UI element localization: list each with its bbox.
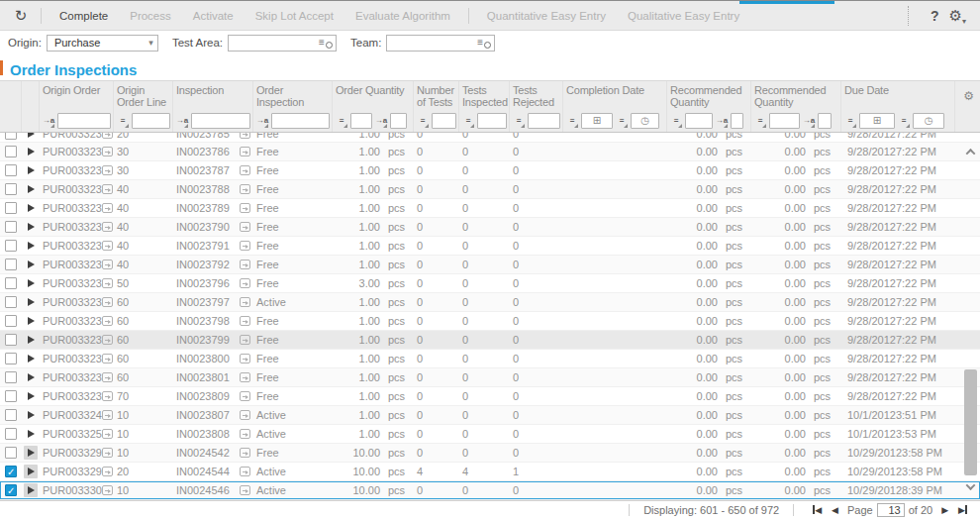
complete-button[interactable]: Complete [49, 10, 119, 22]
filter-op-equals-icon[interactable]: = [565, 114, 579, 128]
selector-lookup-icon[interactable]: ≡ [319, 38, 333, 48]
column-header-recommended-quantity-accepted[interactable]: Recommended Quantity Accepted [667, 81, 751, 109]
filter-op-equals-icon[interactable]: = [512, 114, 526, 128]
table-row[interactable]: PUR003323 60 IN0023798 Free 1.00pcs 0 0 … [0, 312, 980, 331]
expand-arrow-icon[interactable] [24, 408, 38, 422]
inspection-filter-input[interactable] [191, 113, 250, 129]
edit-note-icon[interactable] [102, 354, 113, 364]
row-checkbox[interactable] [5, 428, 17, 440]
row-checkbox[interactable] [5, 133, 17, 140]
skip-lot-accept-button[interactable]: Skip Lot Accept [245, 10, 344, 22]
row-checkbox[interactable] [5, 447, 17, 459]
completion-time-filter-input[interactable]: ◷ [631, 113, 659, 129]
row-checkbox[interactable] [5, 202, 17, 214]
edit-note-icon[interactable] [102, 222, 113, 232]
scroll-up-icon[interactable] [963, 145, 978, 159]
expand-arrow-icon[interactable] [24, 145, 38, 158]
expand-arrow-icon[interactable] [24, 220, 38, 234]
scroll-down-icon[interactable] [963, 479, 978, 494]
table-row[interactable]: PUR003323 30 IN0023787 Free 1.00pcs 0 0 … [0, 161, 980, 180]
filter-op-starts-icon[interactable]: →a [175, 114, 189, 128]
expand-arrow-icon[interactable] [24, 465, 38, 478]
filter-op-equals-icon[interactable]: = [753, 114, 767, 128]
expand-arrow-icon[interactable] [24, 133, 38, 141]
table-row[interactable]: PUR003323 40 IN0023789 Free 1.00pcs 0 0 … [0, 199, 980, 218]
qualitative-easy-entry-button[interactable]: Qualitative Easy Entry [617, 10, 750, 22]
filter-op-equals-icon[interactable]: = [897, 114, 911, 128]
origin-order-filter-input[interactable] [57, 113, 111, 129]
column-header-number-of-tests[interactable]: Number of Tests [414, 81, 459, 109]
row-checkbox[interactable] [5, 296, 17, 308]
table-row[interactable]: PUR003325 10 IN0023808 Active 1.00pcs 0 … [0, 425, 980, 444]
edit-note-icon[interactable] [102, 297, 113, 307]
expand-arrow-icon[interactable] [24, 333, 38, 347]
edit-note-icon[interactable] [240, 165, 250, 175]
edit-note-icon[interactable] [102, 429, 113, 439]
table-row[interactable]: PUR003324 10 IN0023807 Active 1.00pcs 0 … [0, 406, 980, 425]
row-checkbox[interactable] [5, 466, 17, 477]
row-checkbox[interactable] [5, 315, 17, 327]
table-row[interactable]: PUR003329 20 IN0024544 Active 10.00pcs 4… [0, 463, 980, 481]
column-header-inspection[interactable]: Inspection [173, 81, 253, 109]
row-checkbox[interactable] [5, 277, 17, 289]
expand-arrow-icon[interactable] [24, 276, 38, 290]
rec-qty-rejected-filter-input[interactable] [769, 113, 800, 129]
edit-note-icon[interactable] [102, 467, 113, 476]
row-checkbox[interactable] [5, 409, 17, 421]
toolbar-gear-icon[interactable]: ⚙▾ [949, 7, 966, 25]
edit-note-icon[interactable] [102, 260, 113, 269]
tests-inspected-filter-input[interactable] [477, 113, 507, 129]
expand-arrow-icon[interactable] [24, 370, 38, 384]
edit-note-icon[interactable] [102, 391, 113, 401]
team-input[interactable] [390, 37, 477, 49]
table-row[interactable]: PUR003330 10 IN0024546 Active 10.00pcs 0… [0, 481, 980, 500]
edit-note-icon[interactable] [240, 448, 250, 458]
activate-button[interactable]: Activate [182, 10, 245, 22]
row-checkbox[interactable] [5, 371, 17, 383]
row-checkbox[interactable] [5, 353, 17, 364]
table-row[interactable]: PUR003323 40 IN0023788 Free 1.00pcs 0 0 … [0, 180, 980, 199]
help-icon[interactable]: ? [931, 8, 939, 24]
table-row[interactable]: PUR003323 60 IN0023799 Free 1.00pcs 0 0 … [0, 331, 980, 350]
row-checkbox[interactable] [5, 146, 17, 157]
expand-arrow-icon[interactable] [24, 201, 38, 215]
next-page-button[interactable]: ▶ [941, 505, 948, 515]
column-header-tests-rejected[interactable]: Tests Rejected [510, 81, 563, 109]
edit-note-icon[interactable] [240, 260, 250, 269]
row-checkbox[interactable] [5, 390, 17, 402]
filter-op-equals-icon[interactable]: = [335, 114, 348, 128]
edit-note-icon[interactable] [240, 316, 250, 326]
status-filter-input[interactable] [271, 113, 330, 129]
table-row[interactable]: PUR003323 60 IN0023801 Free 1.00pcs 0 0 … [0, 368, 980, 387]
column-header-origin-order[interactable]: Origin Order [40, 81, 114, 109]
first-page-button[interactable]: ◀ [813, 505, 822, 515]
expand-arrow-icon[interactable] [24, 239, 38, 253]
table-row[interactable]: PUR003323 40 IN0023792 Free 1.00pcs 0 0 … [0, 256, 980, 274]
filter-op-starts-icon[interactable]: →a [255, 114, 269, 128]
edit-note-icon[interactable] [102, 184, 113, 194]
column-header-completion-date[interactable]: Completion Date [563, 81, 667, 109]
edit-note-icon[interactable] [102, 133, 113, 139]
column-header-recommended-quantity-rejected[interactable]: Recommended Quantity Rejected [751, 81, 841, 109]
page-number-input[interactable] [877, 503, 905, 517]
row-checkbox[interactable] [5, 221, 17, 233]
row-checkbox[interactable] [5, 334, 17, 346]
column-header-order-quantity[interactable]: Order Quantity [333, 81, 414, 109]
row-checkbox[interactable] [5, 164, 17, 176]
edit-note-icon[interactable] [102, 278, 113, 288]
rec-qty-rejected-uom-filter-input[interactable] [818, 113, 832, 129]
edit-note-icon[interactable] [240, 467, 250, 476]
expand-arrow-icon[interactable] [24, 446, 38, 460]
due-date-filter-input[interactable]: ⊞ [859, 113, 895, 129]
rec-qty-accepted-filter-input[interactable] [685, 113, 713, 129]
quantitative-easy-entry-button[interactable]: Quantitative Easy Entry [476, 10, 617, 22]
edit-note-icon[interactable] [240, 410, 250, 420]
edit-note-icon[interactable] [240, 391, 250, 401]
prev-page-button[interactable]: ◀ [832, 505, 838, 515]
edit-note-icon[interactable] [240, 278, 250, 288]
order-quantity-filter-input[interactable] [350, 113, 372, 129]
table-row[interactable]: PUR003323 30 IN0023786 Free 1.00pcs 0 0 … [0, 143, 980, 161]
selector-lookup-icon[interactable]: ≡ [477, 38, 491, 48]
edit-note-icon[interactable] [240, 429, 250, 439]
filter-op-starts-icon[interactable]: →a [802, 114, 816, 128]
